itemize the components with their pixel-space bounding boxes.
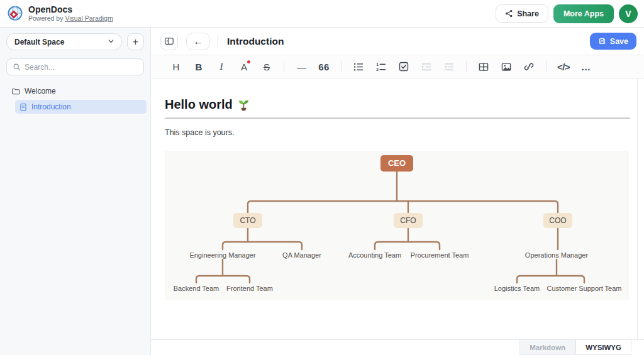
- toolbar-separator: [284, 61, 284, 72]
- numbered-list-icon: 1 2: [376, 62, 386, 72]
- folder-label: Welcome: [25, 87, 56, 96]
- seedling-icon: [238, 99, 250, 111]
- search-input[interactable]: [25, 63, 138, 72]
- opendocs-app: OpenDocs Powered by Visual Paradigm Shar…: [0, 0, 644, 355]
- space-selector[interactable]: Default Space: [6, 33, 122, 50]
- numbered-list-button[interactable]: 1 2: [372, 58, 390, 75]
- link-button[interactable]: [520, 58, 538, 75]
- visual-paradigm-link[interactable]: Visual Paradigm: [65, 14, 113, 22]
- page-tree: Welcome Introduction: [0, 84, 150, 114]
- share-icon: [505, 9, 513, 18]
- svg-text:Engineering Manager: Engineering Manager: [189, 251, 256, 259]
- ellipsis-icon: …: [581, 62, 591, 72]
- heading-button[interactable]: H: [167, 58, 185, 75]
- table-button[interactable]: [475, 58, 492, 75]
- more-options-button[interactable]: …: [577, 58, 595, 75]
- code-button[interactable]: </>: [555, 58, 572, 75]
- tab-markdown[interactable]: Markdown: [519, 339, 575, 355]
- blockquote-button[interactable]: 66: [315, 58, 333, 75]
- org-chart-svg: CEOCTOCFOCOOEngineering ManagerQA Manage…: [165, 151, 629, 300]
- strikethrough-button[interactable]: S: [258, 58, 275, 75]
- image-icon: [501, 62, 511, 72]
- doc-heading[interactable]: Hello world: [165, 97, 630, 112]
- indent-icon: [421, 62, 431, 72]
- sidebar-panel-icon: [164, 36, 174, 46]
- svg-text:QA Manager: QA Manager: [282, 251, 321, 259]
- svg-text:Operations Manager: Operations Manager: [525, 251, 589, 259]
- bold-icon: B: [196, 62, 203, 72]
- folder-icon: [11, 87, 20, 96]
- svg-text:Customer Support Team: Customer Support Team: [547, 285, 621, 292]
- search-row: [0, 50, 150, 75]
- titlebar-divider: [218, 35, 218, 48]
- svg-text:Frontend Team: Frontend Team: [226, 285, 273, 292]
- svg-text:Accounting Team: Accounting Team: [348, 251, 401, 259]
- italic-button[interactable]: I: [213, 58, 230, 75]
- svg-text:Procurement Team: Procurement Team: [411, 251, 469, 259]
- tree-folder-welcome[interactable]: Welcome: [0, 84, 150, 98]
- checkbox-icon: [399, 62, 409, 72]
- toolbar-separator: [341, 61, 341, 72]
- svg-text:2: 2: [376, 67, 379, 72]
- toolbar-separator: [546, 61, 547, 72]
- svg-text:CFO: CFO: [400, 216, 416, 225]
- blockquote-icon: 66: [318, 62, 330, 72]
- text-color-icon: A: [241, 62, 247, 72]
- image-button[interactable]: [497, 58, 515, 75]
- svg-text:1: 1: [376, 62, 379, 67]
- add-space-button[interactable]: +: [127, 33, 144, 50]
- search-box: [6, 58, 144, 75]
- more-apps-button[interactable]: More Apps: [553, 4, 614, 23]
- back-button[interactable]: ←: [186, 33, 210, 50]
- doc-title: Introduction: [227, 36, 284, 47]
- document-icon: [19, 103, 27, 111]
- doc-titlebar: ← Introduction Save: [151, 28, 644, 55]
- doc-paragraph[interactable]: This space is yours.: [165, 128, 630, 137]
- page-label: Introduction: [31, 102, 71, 111]
- save-label: Save: [610, 37, 628, 46]
- heading-icon: H: [173, 62, 180, 72]
- indent-button[interactable]: [418, 58, 435, 75]
- strikethrough-icon: S: [264, 62, 270, 72]
- table-icon: [479, 62, 489, 72]
- main-panel: ← Introduction Save H B I A S — 66: [151, 28, 644, 355]
- bullet-list-icon: [353, 62, 364, 72]
- outdent-icon: [444, 62, 454, 72]
- svg-text:COO: COO: [549, 216, 566, 225]
- share-label: Share: [517, 9, 539, 18]
- search-icon: [13, 63, 21, 71]
- opendocs-logo-icon: [6, 5, 24, 23]
- svg-text:Backend Team: Backend Team: [174, 285, 219, 292]
- color-dot: [247, 60, 250, 63]
- chevron-down-icon: [107, 37, 115, 47]
- bullet-list-button[interactable]: [350, 58, 367, 75]
- tree-page-introduction[interactable]: Introduction: [15, 100, 147, 114]
- heading-rule: [165, 117, 630, 119]
- toggle-sidebar-button[interactable]: [160, 33, 178, 50]
- user-avatar[interactable]: V: [619, 4, 638, 23]
- task-list-button[interactable]: [395, 58, 413, 75]
- italic-icon: I: [220, 62, 223, 72]
- toolbar-separator: [466, 61, 467, 72]
- top-header: OpenDocs Powered by Visual Paradigm Shar…: [0, 0, 644, 28]
- save-icon: [598, 37, 606, 45]
- org-chart[interactable]: CEOCTOCFOCOOEngineering ManagerQA Manage…: [165, 151, 629, 300]
- horizontal-rule-icon: —: [297, 62, 306, 72]
- svg-text:Logistics Team: Logistics Team: [494, 285, 540, 292]
- tab-wysiwyg[interactable]: WYSIWYG: [575, 339, 631, 355]
- code-icon: </>: [557, 62, 570, 72]
- app-name: OpenDocs: [28, 5, 113, 14]
- horizontal-rule-button[interactable]: —: [292, 58, 310, 75]
- header-actions: Share More Apps V: [496, 4, 638, 23]
- app-logo: OpenDocs Powered by Visual Paradigm: [6, 5, 113, 23]
- save-button[interactable]: Save: [590, 33, 636, 50]
- text-color-button[interactable]: A: [235, 58, 253, 75]
- outdent-button[interactable]: [440, 58, 458, 75]
- svg-text:CEO: CEO: [388, 158, 406, 168]
- editor-area[interactable]: Hello world This space is yours. CEOCTOC…: [151, 79, 638, 339]
- link-icon: [524, 62, 534, 72]
- bold-button[interactable]: B: [190, 58, 208, 75]
- share-button[interactable]: Share: [496, 4, 548, 23]
- brand-text: OpenDocs Powered by Visual Paradigm: [28, 5, 113, 22]
- powered-by: Powered by Visual Paradigm: [28, 14, 113, 22]
